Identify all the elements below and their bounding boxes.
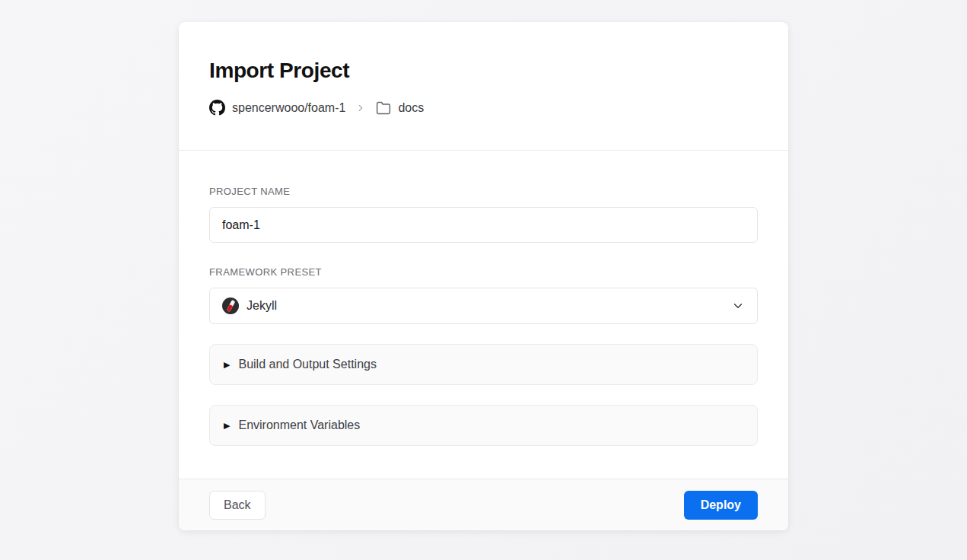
accordion-label: Environment Variables [238, 418, 360, 432]
chevron-down-icon [731, 299, 745, 313]
accordion-environment-variables[interactable]: ▶ Environment Variables [209, 405, 758, 446]
dialog-body: PROJECT NAME FRAMEWORK PRESET Jekyll ▶ B… [179, 150, 788, 479]
dialog-footer: Back Deploy [179, 479, 788, 530]
accordion-build-output-settings[interactable]: ▶ Build and Output Settings [209, 344, 758, 385]
breadcrumb: spencerwooo/foam-1 docs [209, 100, 758, 116]
project-name-field-group: PROJECT NAME [209, 186, 758, 243]
jekyll-icon [222, 298, 239, 314]
dialog-header: Import Project spencerwooo/foam-1 docs [179, 22, 788, 150]
folder-icon [376, 100, 391, 116]
framework-preset-label: FRAMEWORK PRESET [209, 266, 758, 278]
framework-preset-field-group: FRAMEWORK PRESET Jekyll [209, 266, 758, 324]
project-name-input[interactable] [209, 207, 758, 243]
accordion-triangle-icon: ▶ [224, 422, 230, 430]
framework-selected-value: Jekyll [247, 299, 731, 313]
breadcrumb-repo[interactable]: spencerwooo/foam-1 [232, 101, 345, 115]
accordion-label: Build and Output Settings [238, 358, 376, 371]
framework-preset-select[interactable]: Jekyll [209, 288, 758, 324]
deploy-button[interactable]: Deploy [684, 491, 758, 520]
github-icon [209, 100, 225, 116]
import-project-dialog: Import Project spencerwooo/foam-1 docs P… [179, 22, 788, 530]
page-title: Import Project [209, 59, 758, 83]
project-name-label: PROJECT NAME [209, 186, 758, 197]
back-button[interactable]: Back [209, 491, 266, 520]
accordion-triangle-icon: ▶ [224, 361, 230, 369]
breadcrumb-folder[interactable]: docs [398, 101, 424, 115]
breadcrumb-chevron-icon [355, 103, 366, 113]
